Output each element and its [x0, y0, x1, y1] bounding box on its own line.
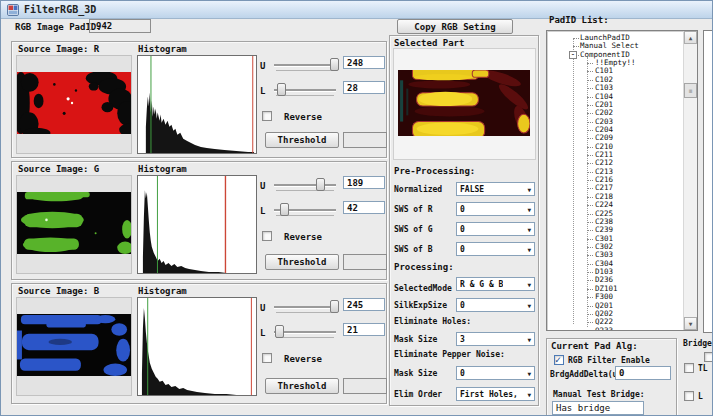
u-slider-g[interactable] [274, 177, 336, 193]
tree-item[interactable]: D103 [547, 268, 684, 276]
slider-thumb[interactable] [275, 325, 284, 338]
tree-scrollbar[interactable]: ▲ ≡ ▼ [683, 31, 697, 330]
histogram-r [137, 55, 257, 154]
bridge-checkbox-partial[interactable] [704, 352, 713, 362]
l-checkbox[interactable] [684, 391, 694, 401]
l-value-r[interactable]: 28 [343, 81, 385, 94]
tree-item[interactable]: C212 [547, 159, 684, 167]
tree-item[interactable]: Q222 [547, 318, 684, 326]
scroll-up-icon[interactable]: ▲ [684, 31, 697, 44]
slider-tick-line [276, 70, 334, 71]
slider-thumb[interactable] [316, 178, 325, 191]
u-label-b: U [260, 303, 265, 313]
tree-item[interactable]: Q233 [547, 327, 684, 331]
chevron-down-icon: ▼ [527, 281, 531, 288]
tree-item[interactable]: C213 [547, 168, 684, 176]
manual-test-bridge-label: Manual Test Bridge: [553, 390, 645, 399]
tree-item[interactable]: C204 [547, 126, 684, 134]
normalized-dropdown[interactable]: FALSE ▼ [456, 182, 535, 196]
tree-item[interactable]: F300 [547, 293, 684, 301]
u-slider-r[interactable] [274, 57, 336, 73]
l-label: L [698, 392, 703, 401]
selected-mode-dropdown[interactable]: R & G & B ▼ [456, 277, 535, 291]
tree-item[interactable]: C104 [547, 93, 684, 101]
l-value-b[interactable]: 21 [343, 323, 385, 336]
manual-test-bridge-input[interactable]: Has bridge [552, 401, 644, 415]
tree-item[interactable]: C102 [547, 76, 684, 84]
chevron-down-icon: ▼ [527, 186, 531, 193]
collapse-icon[interactable]: - [569, 51, 577, 59]
scrollbar-thumb[interactable]: ≡ [684, 83, 697, 98]
slider-thumb[interactable] [330, 300, 339, 313]
u-slider-b[interactable] [274, 299, 336, 315]
l-slider-g[interactable] [274, 202, 336, 218]
sws-g-dropdown[interactable]: 0 ▼ [456, 222, 535, 236]
pepper-mask-dropdown[interactable]: 0 ▼ [456, 366, 535, 380]
l-value-g[interactable]: 42 [343, 201, 385, 214]
tree-item[interactable]: C103 [547, 84, 684, 92]
threshold-result-g [343, 254, 387, 270]
tree-item[interactable]: C303 [547, 251, 684, 259]
tree-item[interactable]: Q201 [547, 302, 684, 310]
rgb-filter-checkbox[interactable] [554, 355, 564, 365]
scroll-down-icon[interactable]: ▼ [684, 317, 697, 330]
sws-b-dropdown[interactable]: 0 ▼ [456, 242, 535, 256]
slider-tick-line [276, 190, 334, 191]
tree-item[interactable]: C217 [547, 184, 684, 192]
tree-item[interactable]: C239 [547, 226, 684, 234]
reverse-checkbox-g[interactable] [262, 231, 272, 241]
tree-item[interactable]: C210 [547, 143, 684, 151]
app-icon [7, 4, 19, 16]
histogram-label-r: Histogram [138, 44, 187, 54]
threshold-button-g[interactable]: Threshold [265, 254, 339, 270]
chevron-down-icon: ▼ [527, 246, 531, 253]
tree-item[interactable]: C304 [547, 260, 684, 268]
u-value-b[interactable]: 245 [343, 298, 385, 311]
slider-thumb[interactable] [277, 83, 286, 96]
eliminate-holes-title: Eliminate Holes: [394, 317, 471, 326]
threshold-button-r[interactable]: Threshold [265, 132, 339, 148]
u-value-r[interactable]: 248 [343, 56, 385, 69]
tree-item[interactable]: DZ101 [547, 285, 684, 293]
reverse-checkbox-r[interactable] [262, 111, 272, 121]
slider-thumb[interactable] [330, 58, 339, 71]
reverse-checkbox-b[interactable] [262, 353, 272, 363]
processing-title: Processing: [394, 262, 454, 272]
tree-item[interactable]: C211 [547, 151, 684, 159]
tree-item[interactable]: C238 [547, 218, 684, 226]
elim-order-dropdown[interactable]: First Holes, ▼ [456, 387, 535, 401]
tree-item[interactable]: C101 [547, 67, 684, 75]
padid-tree[interactable]: LaunchPadIDManual Select-ComponentID!!Em… [546, 30, 698, 331]
filter-rgb-3d-window: FilterRGB_3D RGB Image PadID: 942 Copy R… [0, 0, 713, 416]
tree-item[interactable]: C216 [547, 176, 684, 184]
u-value-g[interactable]: 189 [343, 176, 385, 189]
tree-item[interactable]: C201 [547, 101, 684, 109]
sws-r-dropdown[interactable]: 0 ▼ [456, 202, 535, 216]
padid-list-title: PadID List: [549, 15, 609, 25]
tree-item[interactable]: !!Empty!! [547, 59, 684, 67]
tree-item[interactable]: C218 [547, 193, 684, 201]
tree-item[interactable]: C202 [547, 109, 684, 117]
tree-item[interactable]: Q202 [547, 310, 684, 318]
source-image-r-picture [17, 72, 131, 134]
threshold-button-b[interactable]: Threshold [265, 378, 339, 394]
tree-item[interactable]: C209 [547, 134, 684, 142]
tree-item[interactable]: C301 [547, 235, 684, 243]
holes-mask-dropdown[interactable]: 3 ▼ [456, 332, 535, 346]
tree-item[interactable]: C224 [547, 201, 684, 209]
tree-item[interactable]: C203 [547, 118, 684, 126]
tree-item[interactable]: C302 [547, 243, 684, 251]
l-slider-r[interactable] [274, 82, 336, 98]
histogram-label-b: Histogram [138, 286, 187, 296]
selected-part-picture [398, 70, 530, 136]
copy-rgb-setting-button[interactable]: Copy RGB Seting [397, 19, 513, 34]
bridge-delta-input[interactable]: 0 [615, 366, 671, 380]
silk-exp-size-dropdown[interactable]: 0 ▼ [456, 298, 535, 312]
padid-value: 942 [89, 19, 151, 33]
l-slider-b[interactable] [274, 324, 336, 340]
tree-item[interactable]: C225 [547, 210, 684, 218]
tl-checkbox[interactable] [684, 363, 694, 373]
chevron-down-icon: ▼ [527, 206, 531, 213]
preprocessing-title: Pre-Processing: [394, 166, 475, 176]
slider-thumb[interactable] [280, 203, 289, 216]
